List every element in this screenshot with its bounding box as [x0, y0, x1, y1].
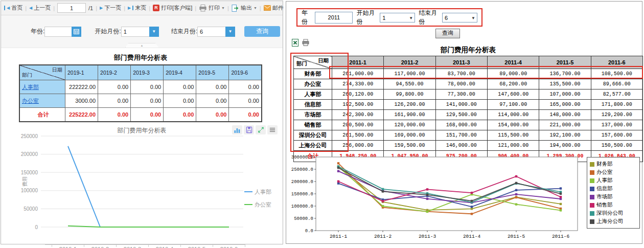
svg-text:2019-2: 2019-2 — [91, 246, 109, 248]
svg-text:100000.0: 100000.0 — [291, 204, 313, 209]
table-title: 部门费用年分析表 — [293, 46, 643, 55]
value-cell: 136,700.00 — [539, 69, 591, 79]
total-label: 合计 — [19, 108, 65, 122]
column-header: 2011-1 — [332, 56, 384, 69]
legend-color-swatch — [590, 170, 594, 175]
svg-text:0: 0 — [35, 224, 38, 230]
value-cell: 150,500.00 — [591, 141, 642, 151]
value-cell: 200,500.00 — [332, 120, 384, 130]
prev-page-button[interactable]: ◀上一页 — [29, 4, 51, 12]
legend-item: 办公室 — [590, 168, 639, 176]
svg-text:2019-6: 2019-6 — [220, 246, 238, 248]
calendar-icon — [73, 28, 80, 35]
column-header: 2019-4 — [164, 65, 196, 80]
legend-item: 财务部 — [590, 160, 639, 168]
dept-cell: 人事部 — [294, 89, 332, 100]
value-cell: 0.00 — [131, 94, 164, 108]
value-cell: 89,666.00 — [591, 79, 642, 89]
query-button[interactable]: 查询 — [435, 29, 460, 38]
dept-cell: 办公室 — [19, 94, 65, 108]
table-row: 人事部222222.000.000.000.000.000.00 — [19, 80, 262, 94]
dept-link[interactable]: 办公室 — [22, 98, 39, 104]
export-button[interactable]: 输出▼ — [232, 4, 257, 12]
print-client-icon — [153, 5, 159, 11]
value-cell: 82,577.00 — [591, 89, 642, 100]
svg-text:0.0: 0.0 — [305, 229, 313, 234]
svg-text:2011-3: 2011-3 — [419, 234, 436, 239]
calendar-button[interactable] — [72, 27, 81, 37]
svg-text:200000.0: 200000.0 — [291, 179, 313, 185]
legend-color-swatch — [590, 178, 594, 183]
column-header: 2019-6 — [229, 65, 262, 80]
legend-color-swatch — [590, 195, 594, 199]
start-month-select[interactable]: 1 — [121, 27, 149, 37]
legend-item: 深圳分公司 — [590, 209, 639, 217]
value-cell: 0.00 — [164, 80, 196, 94]
dept-cell: 人事部 — [19, 80, 65, 94]
end-month-dropdown-button[interactable]: ▼ — [225, 27, 235, 37]
value-cell: 107,000.00 — [539, 89, 591, 100]
left-line-chart[interactable]: 050000100000150000200000250000费用2019-120… — [7, 131, 278, 248]
table-row: 财务部261,000.00117,000.0083,700.0089,000.0… — [294, 69, 643, 79]
dept-link[interactable]: 人事部 — [22, 84, 39, 90]
svg-text:费用: 费用 — [22, 176, 28, 187]
value-cell: 89,000.00 — [487, 69, 539, 79]
dept-cell: 财务部 — [294, 69, 332, 79]
value-cell: 135,500.00 — [539, 79, 591, 89]
query-button[interactable]: 查询 — [244, 26, 280, 37]
table-row: 办公室274,330.0094,550.0078,000.0068,200.00… — [294, 79, 643, 89]
mail-button[interactable]: 邮件 — [264, 4, 284, 12]
end-month-select[interactable]: 6 — [197, 27, 225, 37]
next-page-icon: ▶ — [100, 6, 103, 10]
print-client-button[interactable]: 打印[客户端] — [153, 4, 192, 12]
svg-text:150000.0: 150000.0 — [291, 192, 313, 197]
page-number-input[interactable] — [57, 3, 86, 13]
legend-item: 信息部 — [590, 185, 639, 193]
value-cell: 256,000.00 — [332, 141, 384, 151]
table-corner-cell: 日期 部门 — [294, 56, 332, 69]
svg-text:50000.0: 50000.0 — [294, 216, 313, 221]
left-report-panel: ◀首页 | ◀上一页 | /1 | ▶下一页 | ▶末页 | 打印[客户端] |… — [1, 1, 283, 244]
start-month-dropdown-button[interactable]: ▼ — [149, 27, 159, 37]
end-month-select[interactable]: 6▼ — [442, 13, 477, 22]
first-page-icon — [4, 6, 5, 10]
value-cell: 108,500.00 — [591, 69, 642, 79]
year-input[interactable] — [44, 27, 72, 37]
value-cell: 115,500.00 — [487, 130, 539, 141]
first-page-button[interactable]: ◀首页 — [4, 4, 22, 12]
legend-item: 人事部 — [590, 176, 639, 185]
value-cell: 165,000.00 — [539, 100, 591, 110]
svg-text:2011-1: 2011-1 — [330, 234, 348, 239]
value-cell: 99,800.00 — [384, 89, 435, 100]
value-cell: 274,330.00 — [332, 79, 384, 89]
value-cell: 171,800.00 — [591, 100, 642, 110]
legend-color-swatch — [590, 203, 594, 208]
start-month-label: 开始月份: — [95, 27, 121, 36]
corner-date-label: 日期 — [52, 66, 62, 74]
value-cell: 120,000.00 — [384, 120, 435, 130]
right-line-chart[interactable]: 0.050000.0100000.0150000.0200000.0250000… — [290, 153, 585, 243]
svg-text:2011-6: 2011-6 — [552, 234, 570, 239]
expense-table: 日期 部门 2019-12019-22019-32019-42019-52019… — [19, 64, 262, 122]
start-month-select[interactable]: 1▼ — [380, 13, 415, 22]
table-corner-cell: 日期 部门 — [19, 65, 65, 80]
export-icon — [232, 5, 239, 12]
value-cell: 222222.00 — [65, 80, 98, 94]
chevron-down-icon: ▼ — [152, 29, 156, 34]
svg-text:2019-4: 2019-4 — [156, 246, 173, 248]
legend-label: 市场部 — [596, 193, 613, 200]
print-button[interactable]: 打印▼ — [199, 4, 225, 12]
svg-text:150000: 150000 — [21, 170, 38, 175]
column-header: 2019-1 — [65, 65, 98, 80]
form-collapse-handle[interactable]: ▲ — [125, 43, 159, 48]
end-month-label: 结束月份 — [419, 9, 439, 26]
value-cell: 169,000.00 — [384, 130, 435, 141]
value-cell: 78,000.00 — [435, 79, 487, 89]
legend-label: 销售部 — [596, 201, 613, 209]
printer-icon — [199, 5, 207, 12]
value-cell: 157,600.00 — [591, 130, 642, 141]
last-page-button[interactable]: ▶末页 — [128, 4, 146, 12]
dept-cell: 销售部 — [294, 120, 332, 130]
year-input[interactable] — [315, 12, 353, 24]
next-page-button[interactable]: ▶下一页 — [100, 4, 121, 12]
